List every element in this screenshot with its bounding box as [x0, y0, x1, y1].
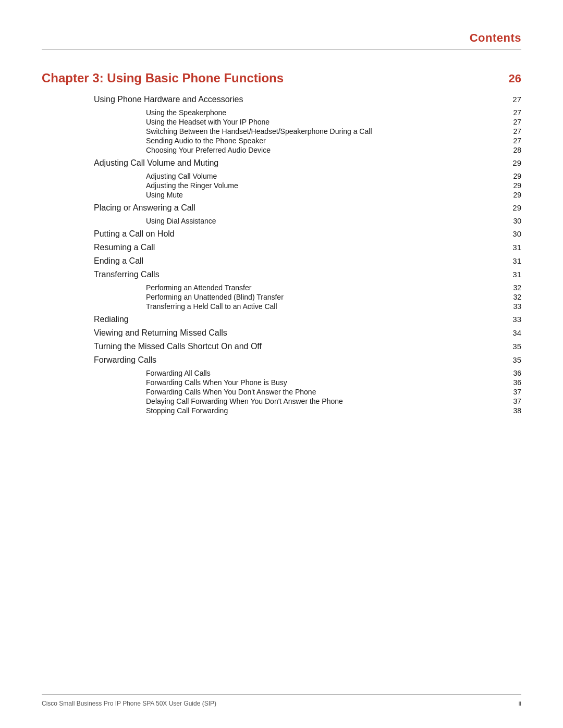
toc-level2-item: Adjusting Call Volume29 — [42, 172, 521, 180]
toc-item-text: Using Dial Assistance — [146, 217, 216, 225]
toc-item-page: 29 — [500, 158, 521, 167]
toc-item-text: Switching Between the Handset/Headset/Sp… — [146, 127, 372, 135]
toc-item-page: 29 — [500, 172, 521, 180]
toc-item-page: 38 — [500, 406, 521, 415]
toc-item-text: Forwarding All Calls — [146, 369, 211, 377]
toc-item-text: Adjusting Call Volume and Muting — [94, 158, 218, 168]
toc-level2-item: Forwarding Calls When You Don't Answer t… — [42, 388, 521, 396]
toc-level1-item: Resuming a Call31 — [42, 243, 521, 252]
toc-level2-item: Delaying Call Forwarding When You Don't … — [42, 397, 521, 405]
toc-item-page: 36 — [500, 378, 521, 387]
toc-item-text: Transferring a Held Call to an Active Ca… — [146, 302, 277, 311]
toc-level1-item: Ending a Call31 — [42, 256, 521, 266]
toc-item-page: 31 — [500, 270, 521, 279]
toc-item-text: Performing an Unattended (Blind) Transfe… — [146, 293, 284, 301]
toc-level1-item: Using Phone Hardware and Accessories27 — [42, 95, 521, 104]
toc-level2-item: Performing an Attended Transfer32 — [42, 283, 521, 292]
toc-item-text: Resuming a Call — [94, 243, 155, 252]
toc-item-text: Using Phone Hardware and Accessories — [94, 95, 243, 104]
toc-item-page: 29 — [500, 181, 521, 190]
toc-level2-item: Performing an Unattended (Blind) Transfe… — [42, 293, 521, 301]
toc-item-text: Viewing and Returning Missed Calls — [94, 328, 227, 338]
toc-level2-item: Stopping Call Forwarding38 — [42, 406, 521, 415]
toc-item-text: Delaying Call Forwarding When You Don't … — [146, 397, 343, 405]
toc-item-text: Adjusting Call Volume — [146, 172, 217, 180]
toc-item-text: Performing an Attended Transfer — [146, 283, 251, 292]
toc-item-text: Adjusting the Ringer Volume — [146, 181, 238, 190]
toc-item-page: 29 — [500, 191, 521, 199]
header: Contents — [42, 31, 521, 50]
toc-level2-item: Using Dial Assistance30 — [42, 217, 521, 225]
toc-level1-item: Viewing and Returning Missed Calls34 — [42, 328, 521, 338]
toc-level2-item: Using Mute29 — [42, 191, 521, 199]
footer-right: ii — [519, 700, 521, 707]
toc-item-page: 33 — [500, 302, 521, 311]
toc-level2-item: Forwarding Calls When Your Phone is Busy… — [42, 378, 521, 387]
header-title: Contents — [470, 31, 521, 45]
page: Contents Chapter 3: Using Basic Phone Fu… — [0, 0, 563, 728]
toc-item-page: 33 — [500, 315, 521, 324]
toc-item-text: Turning the Missed Calls Shortcut On and… — [94, 342, 262, 351]
toc-level2-item: Choosing Your Preferred Audio Device28 — [42, 146, 521, 154]
toc-level1-item: Transferring Calls31 — [42, 270, 521, 279]
chapter-row: Chapter 3: Using Basic Phone Functions 2… — [42, 71, 521, 85]
toc-level1-item: Forwarding Calls35 — [42, 355, 521, 365]
chapter-page: 26 — [500, 72, 521, 85]
toc-level2-item: Forwarding All Calls36 — [42, 369, 521, 377]
toc-level2-item: Using the Headset with Your IP Phone27 — [42, 118, 521, 126]
toc-item-text: Forwarding Calls When Your Phone is Busy — [146, 378, 287, 387]
toc-item-page: 29 — [500, 203, 521, 212]
toc-item-page: 31 — [500, 256, 521, 265]
toc-item-text: Placing or Answering a Call — [94, 203, 195, 213]
toc-level2-item: Using the Speakerphone27 — [42, 108, 521, 117]
toc-container: Using Phone Hardware and Accessories27Us… — [42, 95, 521, 415]
toc-level1-item: Turning the Missed Calls Shortcut On and… — [42, 342, 521, 351]
toc-level1-item: Redialing33 — [42, 315, 521, 324]
toc-item-page: 34 — [500, 328, 521, 337]
toc-item-page: 37 — [500, 388, 521, 396]
toc-level2-item: Switching Between the Handset/Headset/Sp… — [42, 127, 521, 135]
toc-level2-item: Transferring a Held Call to an Active Ca… — [42, 302, 521, 311]
toc-item-page: 27 — [500, 118, 521, 126]
toc-item-text: Ending a Call — [94, 256, 143, 266]
toc-item-page: 27 — [500, 137, 521, 145]
toc-item-text: Choosing Your Preferred Audio Device — [146, 146, 271, 154]
toc-item-page: 35 — [500, 342, 521, 351]
toc-item-page: 32 — [500, 293, 521, 301]
toc-item-text: Redialing — [94, 315, 129, 324]
toc-item-text: Transferring Calls — [94, 270, 160, 279]
toc-item-text: Stopping Call Forwarding — [146, 406, 228, 415]
footer: Cisco Small Business Pro IP Phone SPA 50… — [42, 694, 521, 707]
chapter-title: Chapter 3: Using Basic Phone Functions — [42, 71, 284, 85]
toc-item-page: 32 — [500, 283, 521, 292]
toc-item-page: 30 — [500, 217, 521, 225]
toc-level1-item: Adjusting Call Volume and Muting29 — [42, 158, 521, 168]
toc-item-page: 28 — [500, 146, 521, 154]
toc-item-page: 27 — [500, 127, 521, 135]
toc-item-page: 30 — [500, 229, 521, 238]
footer-left: Cisco Small Business Pro IP Phone SPA 50… — [42, 700, 216, 707]
toc-item-text: Forwarding Calls When You Don't Answer t… — [146, 388, 316, 396]
toc-item-page: 36 — [500, 369, 521, 377]
toc-item-page: 31 — [500, 243, 521, 252]
toc-level1-item: Placing or Answering a Call29 — [42, 203, 521, 213]
toc-item-page: 27 — [500, 95, 521, 104]
toc-item-text: Using the Headset with Your IP Phone — [146, 118, 270, 126]
toc-item-page: 37 — [500, 397, 521, 405]
toc-item-text: Using the Speakerphone — [146, 108, 226, 117]
toc-item-text: Using Mute — [146, 191, 183, 199]
toc-level2-item: Sending Audio to the Phone Speaker27 — [42, 137, 521, 145]
toc-level1-item: Putting a Call on Hold30 — [42, 229, 521, 239]
toc-item-text: Forwarding Calls — [94, 355, 156, 365]
toc-item-text: Sending Audio to the Phone Speaker — [146, 137, 266, 145]
toc-item-text: Putting a Call on Hold — [94, 229, 175, 239]
toc-level2-item: Adjusting the Ringer Volume29 — [42, 181, 521, 190]
toc-item-page: 35 — [500, 355, 521, 364]
toc-item-page: 27 — [500, 108, 521, 117]
